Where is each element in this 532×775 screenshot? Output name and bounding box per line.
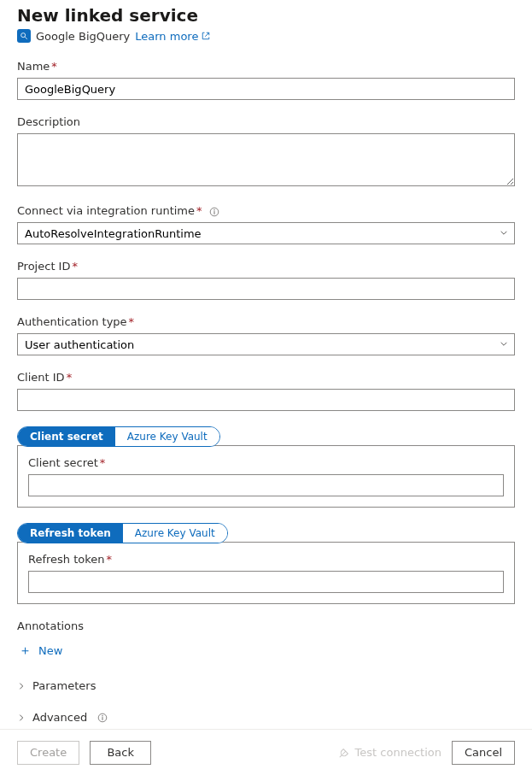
client-secret-akv-tab[interactable]: Azure Key Vault (115, 427, 219, 446)
test-connection-label: Test connection (355, 746, 441, 759)
svg-point-6 (102, 715, 103, 716)
test-connection-button: Test connection (338, 746, 441, 759)
parameters-label: Parameters (32, 679, 96, 692)
advanced-label: Advanced (32, 711, 87, 724)
refresh-token-toggle: Refresh token Azure Key Vault (17, 523, 228, 543)
page-title: New linked service (17, 5, 515, 26)
svg-rect-4 (213, 211, 214, 214)
service-subheader: Google BigQuery Learn more (17, 29, 515, 43)
svg-line-1 (25, 37, 27, 39)
name-input[interactable] (17, 78, 515, 100)
chevron-right-icon (17, 713, 26, 722)
name-label: Name* (17, 60, 515, 73)
runtime-label: Connect via integration runtime* (17, 204, 515, 217)
project-id-input[interactable] (17, 278, 515, 300)
info-icon[interactable] (97, 713, 108, 723)
add-annotation-button[interactable]: ＋ New (17, 641, 64, 661)
svg-point-0 (21, 33, 26, 38)
client-id-input[interactable] (17, 389, 515, 411)
svg-point-3 (213, 209, 214, 210)
auth-type-label: Authentication type* (17, 315, 515, 328)
refresh-token-akv-tab[interactable]: Azure Key Vault (123, 524, 227, 543)
project-id-label: Project ID* (17, 260, 515, 273)
svg-rect-7 (102, 717, 103, 720)
advanced-section-toggle[interactable]: Advanced (17, 707, 515, 727)
refresh-token-input[interactable] (28, 571, 504, 593)
chevron-right-icon (17, 682, 26, 690)
client-secret-toggle: Client secret Azure Key Vault (17, 426, 220, 447)
back-button[interactable]: Back (90, 741, 151, 765)
plug-icon (338, 747, 350, 759)
info-icon[interactable] (209, 207, 219, 217)
learn-more-link[interactable]: Learn more (135, 30, 211, 43)
client-secret-inner-label: Client secret* (28, 456, 504, 469)
bigquery-icon (17, 29, 31, 43)
description-textarea[interactable] (17, 133, 515, 186)
client-secret-box: Client secret* (17, 445, 515, 508)
client-secret-input[interactable] (28, 474, 504, 496)
learn-more-label: Learn more (135, 30, 198, 43)
footer: Create Back Test connection Cancel (0, 729, 532, 775)
add-annotation-label: New (38, 644, 62, 657)
client-secret-tab[interactable]: Client secret (18, 427, 115, 446)
service-name: Google BigQuery (36, 30, 130, 43)
description-label: Description (17, 115, 515, 128)
client-id-label: Client ID* (17, 371, 515, 384)
refresh-token-box: Refresh token* (17, 542, 515, 604)
plus-icon: ＋ (19, 644, 32, 657)
annotations-label: Annotations (17, 619, 515, 632)
cancel-button[interactable]: Cancel (452, 741, 515, 765)
external-link-icon (201, 31, 211, 41)
create-button[interactable]: Create (17, 741, 79, 765)
auth-type-select[interactable]: User authentication (17, 333, 515, 355)
parameters-section-toggle[interactable]: Parameters (17, 676, 515, 696)
refresh-token-inner-label: Refresh token* (28, 553, 504, 566)
runtime-select[interactable]: AutoResolveIntegrationRuntime (17, 222, 515, 244)
refresh-token-tab[interactable]: Refresh token (18, 524, 123, 543)
